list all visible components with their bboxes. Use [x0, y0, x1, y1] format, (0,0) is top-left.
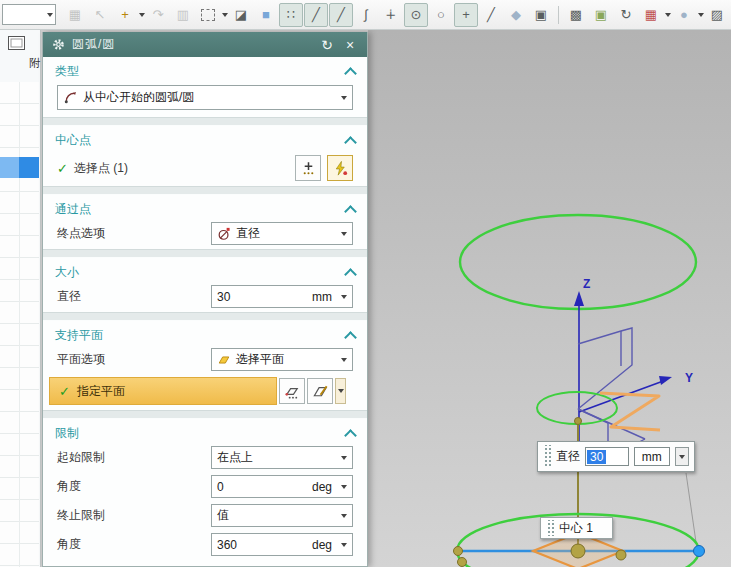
- navigator-selected-row[interactable]: [0, 157, 39, 178]
- section-header-support-plane[interactable]: 支持平面: [43, 321, 367, 346]
- grid-view-icon[interactable]: ▦: [639, 3, 663, 27]
- plane-constructor-button[interactable]: [307, 378, 333, 404]
- dialog-reset-button[interactable]: ↻: [319, 37, 335, 53]
- diameter-unit: mm: [312, 290, 332, 304]
- edge-glyph: ▨: [711, 7, 723, 22]
- type-dropdown-value: 从中心开始的圆弧/圆: [83, 89, 194, 106]
- point-dialog-button[interactable]: [295, 155, 321, 181]
- refresh-icon[interactable]: ↻: [614, 3, 638, 27]
- end-angle-label: 角度: [57, 536, 211, 553]
- dimension-value-input[interactable]: 30: [585, 447, 629, 466]
- solid-tool-icon[interactable]: ◆: [504, 3, 528, 27]
- align-tool-icon[interactable]: ▥: [171, 3, 195, 27]
- z-axis-arrowhead: [574, 291, 584, 306]
- graphics-viewport[interactable]: Z Y: [368, 30, 731, 567]
- selection-rect-dropdown-caret[interactable]: [222, 13, 228, 17]
- isometric-cube-icon[interactable]: ◪: [229, 3, 253, 27]
- end-limit-label: 终止限制: [57, 507, 211, 524]
- pattern-tool-icon[interactable]: ▦: [63, 3, 87, 27]
- plane-dialog-button[interactable]: [279, 378, 305, 404]
- section-header-size[interactable]: 大小: [43, 258, 367, 283]
- line-tool-2-icon[interactable]: ╱: [329, 3, 353, 27]
- center-point-tag[interactable]: 中心 1: [540, 517, 613, 539]
- support-plane-header-label: 支持平面: [55, 327, 103, 344]
- endpoint-option-dropdown[interactable]: 直径: [211, 222, 353, 245]
- type-dropdown-caret: [341, 96, 347, 100]
- end-angle-caret[interactable]: [341, 543, 347, 547]
- specify-plane-highlight[interactable]: ✓ 指定平面: [49, 377, 277, 405]
- section-divider: [43, 312, 367, 321]
- render-style-icon[interactable]: ●: [672, 3, 696, 27]
- start-angle-value: 0: [217, 480, 224, 494]
- navigator-row-list[interactable]: [0, 82, 39, 567]
- collapse-chevron-icon[interactable]: [344, 429, 357, 442]
- select-point-row[interactable]: ✓ 选择点 (1): [43, 151, 367, 186]
- plus-tool-icon[interactable]: +: [454, 3, 478, 27]
- sheet-tool-icon[interactable]: ▣: [529, 3, 553, 27]
- start-limit-dropdown[interactable]: 在点上: [211, 446, 353, 469]
- point-tool-icon[interactable]: ∔: [379, 3, 403, 27]
- block-icon[interactable]: ■: [254, 3, 278, 27]
- plane-option-label: 平面选项: [57, 351, 211, 368]
- plane-options-mini-dropdown[interactable]: [335, 378, 346, 404]
- center-tag-drag-grip[interactable]: [546, 520, 554, 536]
- view-combo[interactable]: [2, 4, 56, 25]
- type-dropdown[interactable]: 从中心开始的圆弧/圆: [57, 85, 353, 110]
- end-limit-dropdown[interactable]: 值: [211, 504, 353, 527]
- dimension-unit-dropdown[interactable]: [675, 447, 689, 466]
- edge-display-icon[interactable]: ▨: [705, 3, 729, 27]
- grid-view-dropdown-caret[interactable]: [665, 13, 671, 17]
- block-glyph: ■: [262, 7, 270, 22]
- window-grid-icon[interactable]: [8, 36, 25, 50]
- dialog-close-button[interactable]: ×: [342, 37, 358, 53]
- section-header-through-point[interactable]: 通过点: [43, 195, 367, 220]
- check-icon: ✓: [57, 161, 68, 176]
- region-select-icon[interactable]: ▩: [564, 3, 588, 27]
- dialog-titlebar[interactable]: 圆弧/圆 ↻ ×: [43, 32, 367, 57]
- line-tool-icon[interactable]: ╱: [304, 3, 328, 27]
- move-tool-icon[interactable]: ↖: [88, 3, 112, 27]
- end-angle-field[interactable]: 360 deg: [211, 533, 353, 556]
- section-header-type[interactable]: 类型: [43, 57, 367, 82]
- y-axis-arrowhead: [659, 376, 672, 385]
- collapse-chevron-icon[interactable]: [344, 268, 357, 281]
- axis-handle-top-ball[interactable]: [575, 418, 582, 425]
- arc-center-tool-icon[interactable]: ⊙: [404, 3, 428, 27]
- endpoint-option-caret: [341, 232, 347, 236]
- select-point-label: 选择点 (1): [74, 160, 128, 177]
- diameter-value-field[interactable]: 30 mm: [211, 285, 353, 308]
- snap-point-button[interactable]: [327, 155, 353, 181]
- add-point-dropdown-caret[interactable]: [139, 13, 145, 17]
- plane-option-dropdown[interactable]: 选择平面: [211, 348, 353, 371]
- main-toolbar: ▦ ↖ + ↷ ▥ ◪ ■ ∷ ╱ ╱ ∫ ∔ ⊙ ○ + ╱ ◆ ▣ ▩ ▣ …: [0, 0, 731, 30]
- circle-tool-icon[interactable]: ○: [429, 3, 453, 27]
- move-glyph: ↖: [95, 7, 106, 22]
- selection-rect-icon[interactable]: [196, 3, 220, 27]
- dimension-box-drag-grip[interactable]: [543, 445, 551, 468]
- diameter-label: 直径: [57, 288, 211, 305]
- start-angle-caret[interactable]: [341, 485, 347, 489]
- add-point-tool-icon[interactable]: +: [113, 3, 137, 27]
- render-style-dropdown-caret[interactable]: [698, 13, 704, 17]
- dimension-unit-box[interactable]: mm: [634, 447, 670, 466]
- collapse-chevron-icon[interactable]: [344, 67, 357, 80]
- z-axis-label: Z: [583, 277, 590, 291]
- section-header-limits[interactable]: 限制: [43, 419, 367, 444]
- arc-from-center-icon: [63, 90, 78, 105]
- snapshot-icon[interactable]: ▣: [589, 3, 613, 27]
- spline-tool-icon[interactable]: ∫: [354, 3, 378, 27]
- add-point-glyph: +: [121, 7, 129, 22]
- start-angle-field[interactable]: 0 deg: [211, 475, 353, 498]
- collapse-chevron-icon[interactable]: [344, 205, 357, 218]
- check-icon: ✓: [59, 384, 70, 399]
- collapse-chevron-icon[interactable]: [344, 136, 357, 149]
- diameter-drag-point[interactable]: [694, 546, 705, 557]
- diameter-unit-caret[interactable]: [341, 295, 347, 299]
- diagonal-tool-icon[interactable]: ╱: [479, 3, 503, 27]
- section-header-center-point[interactable]: 中心点: [43, 126, 367, 151]
- region-glyph: ▩: [570, 7, 582, 22]
- collapse-chevron-icon[interactable]: [344, 331, 357, 344]
- rotate-tool-icon[interactable]: ↷: [146, 3, 170, 27]
- point-set-icon[interactable]: ∷: [279, 3, 303, 27]
- viewport-canvas[interactable]: Z Y: [368, 30, 731, 567]
